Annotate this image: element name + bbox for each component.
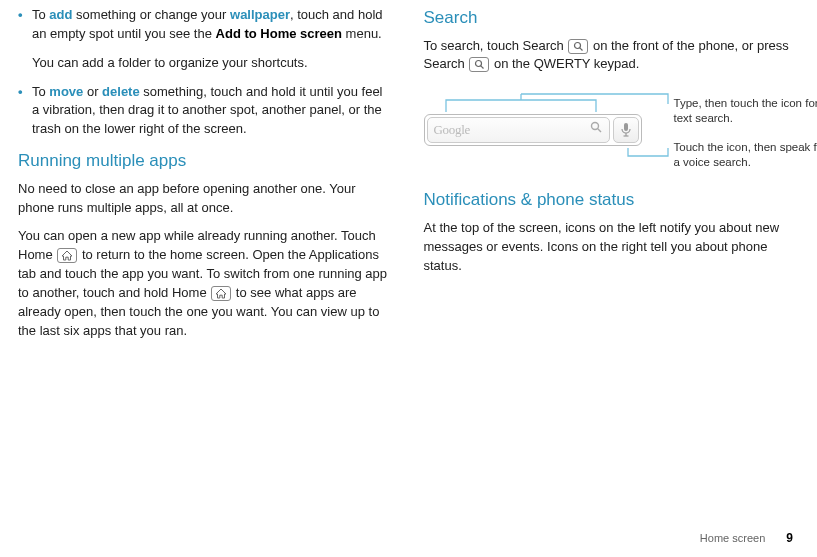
google-logo: Google <box>434 121 470 140</box>
magnify-icon <box>590 121 603 140</box>
search-illustration: Google Type, then touch the icon for a t… <box>424 90 794 170</box>
page-number: 9 <box>786 531 793 545</box>
left-column: • To add something or change your wallpa… <box>18 6 388 350</box>
callout-text-search: Type, then touch the icon for a text sea… <box>674 96 818 126</box>
text: To search, touch Search <box>424 38 568 53</box>
text: menu. <box>342 26 382 41</box>
svg-rect-6 <box>624 123 628 131</box>
bullet-dot: • <box>18 6 32 44</box>
svg-point-4 <box>591 122 598 129</box>
text: on the QWERTY keypad. <box>490 56 639 71</box>
search-widget: Google <box>424 114 642 146</box>
bullet-add-wallpaper: • To add something or change your wallpa… <box>18 6 388 44</box>
right-column: Search To search, touch Search on the fr… <box>424 6 794 350</box>
footer-section: Home screen <box>700 532 765 544</box>
heading-running-multiple-apps: Running multiple apps <box>18 149 388 174</box>
text: To <box>32 7 49 22</box>
heading-search: Search <box>424 6 794 31</box>
svg-line-5 <box>597 129 600 132</box>
keyword-delete: delete <box>102 84 140 99</box>
svg-point-2 <box>475 61 481 67</box>
keyword-wallpaper: wallpaper <box>230 7 290 22</box>
menu-name: Add to Home screen <box>216 26 342 41</box>
paragraph: To search, touch Search on the front of … <box>424 37 794 75</box>
bullet-dot: • <box>18 83 32 140</box>
callout-voice-search: Touch the icon, then speak for a voice s… <box>674 140 818 170</box>
text: or <box>83 84 102 99</box>
search-icon <box>469 57 489 72</box>
search-icon <box>568 39 588 54</box>
paragraph: You can open a new app while already run… <box>18 227 388 340</box>
text: To <box>32 84 49 99</box>
svg-line-3 <box>481 66 484 69</box>
home-icon <box>57 248 77 263</box>
paragraph: No need to close an app before opening a… <box>18 180 388 218</box>
page-footer: Home screen 9 <box>700 530 793 547</box>
bullet-text: To add something or change your wallpape… <box>32 6 388 44</box>
bullet-text: To move or delete something, touch and h… <box>32 83 388 140</box>
voice-search-button[interactable] <box>613 117 639 143</box>
home-icon <box>211 286 231 301</box>
svg-point-0 <box>574 42 580 48</box>
svg-line-1 <box>580 47 583 50</box>
text: something or change your <box>72 7 230 22</box>
paragraph: At the top of the screen, icons on the l… <box>424 219 794 276</box>
bullet-move-delete: • To move or delete something, touch and… <box>18 83 388 140</box>
bullet-sub-text: You can add a folder to organize your sh… <box>32 54 388 73</box>
heading-notifications: Notifications & phone status <box>424 188 794 213</box>
keyword-add: add <box>49 7 72 22</box>
search-input[interactable]: Google <box>427 117 610 143</box>
microphone-icon <box>621 122 631 138</box>
keyword-move: move <box>49 84 83 99</box>
